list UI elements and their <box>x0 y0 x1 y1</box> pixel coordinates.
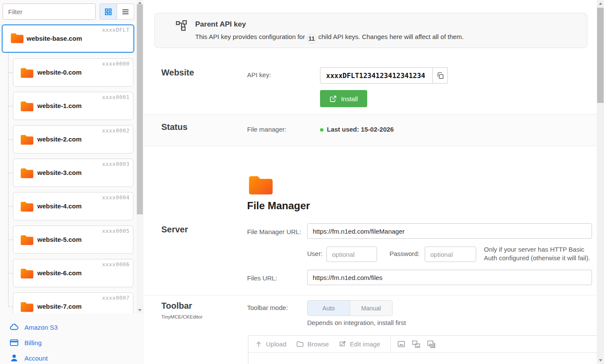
website-name: website-7.com <box>37 303 82 310</box>
toolbar-separator <box>390 336 391 353</box>
folder-icon <box>20 234 34 246</box>
api-key-code: xxxx0001 <box>102 94 130 100</box>
scroll-up-arrow-icon[interactable] <box>599 3 602 5</box>
browse-button[interactable]: Browse <box>296 340 329 348</box>
toolbar-mode-note: Depends on integration, install first <box>307 319 406 326</box>
sidebar-item-website-0[interactable]: xxxx0000 website-0.com <box>13 58 133 87</box>
basic-auth-note: Only if your server has HTTP Basic Auth … <box>484 245 594 262</box>
server-section: Server File Manager URL: User: Password:… <box>144 216 597 295</box>
upload-arrow-icon <box>255 340 263 348</box>
website-name: website-1.com <box>37 102 82 109</box>
folder-icon <box>20 134 34 145</box>
folder-icon <box>10 32 24 44</box>
api-key-code: xxxx0000 <box>102 60 130 67</box>
folder-icon <box>20 301 34 313</box>
api-key-code: xxxx0005 <box>102 228 130 234</box>
tree-connector-stub <box>8 307 13 307</box>
copy-api-key-button[interactable] <box>433 67 448 84</box>
folder-icon <box>20 201 34 212</box>
image-stack-button[interactable] <box>426 340 436 349</box>
external-link-icon <box>329 95 337 102</box>
product-title: File Manager <box>247 200 310 212</box>
install-button[interactable]: Install <box>320 90 367 107</box>
list-view-icon <box>121 8 130 16</box>
section-heading-status: Status <box>161 122 187 132</box>
toolbar-preview: Upload Browse Edit image <box>248 335 597 364</box>
status-section: Status File manager: Last used: 15-02-20… <box>144 114 597 146</box>
sidebar-item-website-4[interactable]: xxxx0004 website-4.com <box>13 192 133 220</box>
main-content: Parent API key This API key provides con… <box>144 0 597 364</box>
sidebar-scrollbar-thumb[interactable] <box>137 4 143 214</box>
grid-view-icon <box>104 8 112 16</box>
main-scrollbar[interactable] <box>597 0 604 364</box>
website-list: xxxxDFLT website-base.com xxxx0000 websi… <box>0 0 136 313</box>
tree-connector-stub <box>8 206 13 207</box>
sidebar-item-website-7[interactable]: xxxx0007 website-7.com <box>13 292 133 313</box>
file-manager-logo-folder-icon <box>248 174 274 196</box>
user-input[interactable] <box>326 247 377 262</box>
api-key-input[interactable] <box>320 67 433 84</box>
scroll-down-arrow-icon[interactable] <box>599 359 602 361</box>
scroll-up-arrow-icon[interactable] <box>138 2 142 4</box>
api-key-code: xxxx0003 <box>102 161 130 167</box>
section-heading-website: Website <box>161 68 194 78</box>
sidebar-item-website-5[interactable]: xxxx0005 website-5.com <box>13 226 133 254</box>
api-key-label: API key: <box>247 71 271 78</box>
tree-connector-stub <box>8 273 13 274</box>
folder-icon <box>20 167 34 179</box>
scroll-down-arrow-icon[interactable] <box>138 309 142 311</box>
tree-connector-stub <box>8 240 13 240</box>
view-toggle <box>100 3 134 20</box>
tree-connector-line <box>8 53 9 307</box>
section-heading-toolbar: Toolbar <box>161 301 192 311</box>
user-label: User: <box>307 250 323 257</box>
api-key-code: xxxx0006 <box>102 261 130 268</box>
sidebar-footer-nav: Amazon S3 Billing Account <box>0 313 144 364</box>
parent-api-key-banner: Parent API key This API key provides con… <box>154 13 587 48</box>
child-count-badge: 11 <box>307 34 317 44</box>
folder-icon <box>20 100 34 112</box>
mode-auto-button[interactable]: Auto <box>308 301 350 316</box>
file-manager-url-input[interactable] <box>307 223 592 239</box>
file-manager-status-label: File manager: <box>247 126 287 133</box>
main-scrollbar-thumb[interactable] <box>597 8 604 103</box>
image-button[interactable] <box>397 340 406 349</box>
edit-image-button[interactable]: Edit image <box>338 340 381 348</box>
nav-label: Billing <box>24 339 42 346</box>
list-view-button[interactable] <box>117 4 134 19</box>
website-name: website-0.com <box>37 69 82 76</box>
image-stack-icon <box>426 340 436 349</box>
browse-label: Browse <box>308 340 329 348</box>
api-key-group <box>320 67 448 84</box>
password-input[interactable] <box>425 247 476 262</box>
nav-item-billing[interactable]: Billing <box>0 335 144 350</box>
website-name: website-6.com <box>37 269 82 277</box>
edit-image-label: Edit image <box>350 340 381 348</box>
hierarchy-icon <box>175 20 187 31</box>
website-name: website-base.com <box>27 35 82 42</box>
website-name: website-2.com <box>37 135 82 143</box>
last-used-value: Last used: 15-02-2026 <box>327 126 394 133</box>
sidebar-item-website-6[interactable]: xxxx0006 website-6.com <box>13 259 133 287</box>
image-replace-icon <box>411 340 421 349</box>
grid-view-button[interactable] <box>100 4 117 19</box>
status-green-dot-icon <box>320 128 323 132</box>
tree-connector-stub <box>8 173 13 173</box>
mode-manual-button[interactable]: Manual <box>350 301 392 316</box>
api-key-code: xxxxDFLT <box>102 27 130 33</box>
edit-image-crop-icon <box>338 340 347 348</box>
toolbar-preview-row: Upload Browse Edit image <box>248 336 597 353</box>
sidebar-item-website-3[interactable]: xxxx0003 website-3.com <box>13 159 133 187</box>
sidebar-item-website-base[interactable]: xxxxDFLT website-base.com <box>2 24 134 53</box>
nav-item-account[interactable]: Account <box>0 350 144 364</box>
sidebar-scrollbar[interactable] <box>136 0 143 313</box>
files-url-input[interactable] <box>307 270 592 285</box>
banner-text-after: child API keys. Changes here will affect… <box>318 33 464 40</box>
nav-item-amazon-s3[interactable]: Amazon S3 <box>0 319 144 335</box>
image-replace-button[interactable] <box>411 340 421 349</box>
filter-input[interactable] <box>3 3 96 20</box>
upload-button[interactable]: Upload <box>255 340 287 348</box>
image-icon <box>397 340 406 349</box>
sidebar-item-website-1[interactable]: xxxx0001 website-1.com <box>13 92 133 120</box>
sidebar-item-website-2[interactable]: xxxx0002 website-2.com <box>13 125 133 153</box>
